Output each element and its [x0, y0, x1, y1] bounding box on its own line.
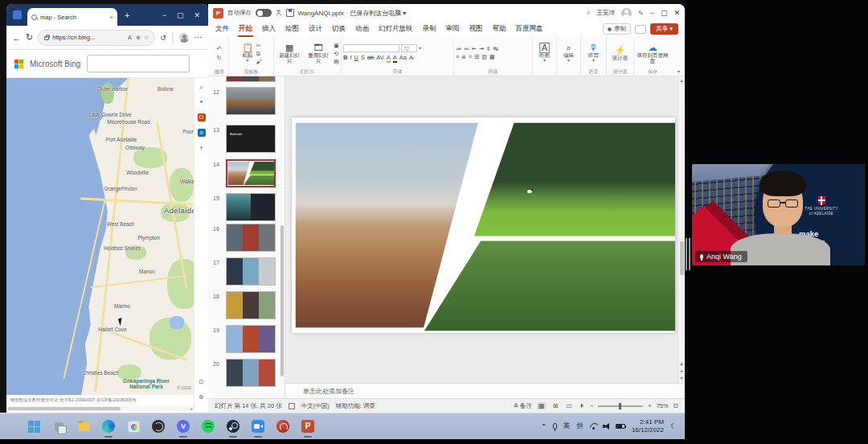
edge-close-button[interactable]: ✕	[194, 11, 200, 19]
language-indicator[interactable]: 中文(中国)	[301, 402, 330, 410]
draw-button[interactable]: 🄰绘图▾	[538, 43, 551, 64]
favorites-icon[interactable]: ☆	[144, 35, 149, 41]
change-case-button[interactable]: Aa	[399, 54, 407, 61]
bold-button[interactable]: B	[343, 54, 347, 61]
zoom-video-tile[interactable]: THE UNIVERSITY of ADELAIDE make history.…	[692, 164, 865, 265]
char-spacing-button[interactable]: AV	[376, 54, 383, 61]
pen-icon[interactable]: ✎	[638, 10, 644, 17]
address-bar[interactable]: https://cn.bing... Aʼ ⊕ ☆	[38, 30, 155, 46]
slide-thumbnail[interactable]	[226, 193, 276, 221]
tab-close-icon[interactable]: ×	[109, 14, 113, 21]
horizontal-scrollbar[interactable]: ▸	[6, 406, 194, 411]
save-icon[interactable]	[286, 9, 294, 17]
settings-menu-icon[interactable]: ⋯	[194, 32, 203, 43]
sidebar-office-icon[interactable]: O	[198, 113, 206, 121]
clear-format-button[interactable]: A̷	[409, 54, 413, 61]
start-button[interactable]	[24, 417, 43, 436]
slide-thumbnail[interactable]: Adelaide	[226, 125, 276, 153]
slide-thumbnail-selected[interactable]	[226, 159, 276, 187]
line-spacing-button[interactable]: ⇕	[486, 46, 491, 52]
scroll-up-icon[interactable]: ▲	[680, 78, 684, 83]
slide-thumbnail[interactable]	[226, 359, 276, 387]
reuse-slides-button[interactable]: 🗔重用幻灯片	[305, 43, 332, 64]
spotify-taskbar-button[interactable]	[199, 417, 218, 436]
fit-to-window-icon[interactable]: ⊡	[674, 402, 678, 409]
sidebar-tools-icon[interactable]: ⊡	[198, 378, 206, 386]
sidebar-settings-gear-icon[interactable]: ⚙	[198, 393, 206, 401]
tab-slideshow[interactable]: 幻灯片放映	[378, 23, 414, 35]
sidebar-outlook-icon[interactable]: o	[198, 129, 206, 137]
share-button[interactable]: 共享 ▾	[650, 23, 678, 35]
tab-home[interactable]: 开始	[238, 23, 253, 35]
tab-design[interactable]: 设计	[308, 23, 323, 35]
autosave-toggle[interactable]	[256, 9, 272, 17]
scrollbar-thumb[interactable]	[8, 407, 121, 410]
battery-icon[interactable]	[616, 424, 625, 429]
powerpoint-taskbar-button[interactable]: P	[298, 417, 317, 436]
tab-review[interactable]: 审阅	[445, 23, 461, 35]
refresh-button[interactable]: ↻	[26, 32, 33, 43]
sidebar-add-icon[interactable]: +	[198, 144, 206, 152]
file-explorer-button[interactable]	[74, 417, 93, 436]
bing-search-input[interactable]	[87, 55, 190, 72]
wifi-icon[interactable]	[590, 423, 598, 430]
tab-transitions[interactable]: 切换	[331, 23, 346, 35]
tab-record[interactable]: 录制	[422, 23, 437, 35]
tab-file[interactable]: 文件	[215, 23, 230, 35]
font-name-select[interactable]	[343, 44, 399, 52]
strikethrough-button[interactable]: ab	[367, 54, 374, 61]
slideshow-button[interactable]: ⏵	[579, 402, 585, 410]
bullets-button[interactable]: ≔	[456, 46, 461, 52]
browser-tab[interactable]: map - Search ×	[27, 8, 117, 26]
tab-actions-icon[interactable]	[13, 10, 22, 19]
editing-button[interactable]: ⌕编辑▾	[562, 43, 575, 64]
underline-button[interactable]: U	[354, 54, 358, 61]
slide-thumbnail[interactable]	[226, 325, 276, 353]
paste-button[interactable]: 📋粘贴▾	[240, 43, 255, 64]
text-shadow-button[interactable]: S	[361, 54, 365, 61]
browser-essentials-icon[interactable]: ↺	[160, 34, 166, 42]
save-to-baidu-button[interactable]: ☁保存到百度网盘	[635, 43, 670, 64]
align-right-button[interactable]: ≡	[469, 54, 472, 60]
tab-help[interactable]: 帮助	[492, 23, 507, 35]
indent-increase-button[interactable]: ⇥	[479, 46, 484, 52]
read-aloud-icon[interactable]: Aʼ	[128, 35, 133, 40]
dark-app-taskbar-button[interactable]	[149, 417, 168, 436]
zoom-page-icon[interactable]: ⊕	[136, 35, 141, 41]
accessibility-status[interactable]: 辅助功能: 调查	[336, 402, 375, 410]
reset-slide-icon[interactable]: ⟲	[334, 50, 338, 57]
ppt-close-button[interactable]: ✕	[674, 9, 680, 17]
zoom-slider[interactable]	[598, 405, 643, 407]
text-direction-button[interactable]: ↹	[493, 46, 498, 52]
zoom-in-button[interactable]: +	[648, 402, 651, 409]
redo-icon[interactable]: ↻	[217, 54, 222, 61]
scroll-right-arrow[interactable]: ▸	[190, 406, 193, 411]
sidebar-search-icon[interactable]: ⌕	[198, 83, 206, 91]
indent-decrease-button[interactable]: ⇤	[472, 46, 477, 52]
next-slide-button[interactable]: ⏷	[680, 376, 683, 381]
notes-toggle[interactable]: ≙ 备注	[514, 402, 532, 410]
scroll-down-icon[interactable]: ▼	[680, 362, 684, 367]
slide-sorter-view-button[interactable]: ⊞	[551, 402, 560, 409]
task-view-button[interactable]	[49, 417, 68, 436]
italic-button[interactable]: I	[350, 54, 351, 61]
speaker-icon[interactable]	[604, 423, 609, 430]
notes-pane[interactable]: 单击此处添加备注	[285, 383, 685, 398]
copy-icon[interactable]: ⧉	[256, 50, 260, 57]
previous-slide-button[interactable]: ⏶	[680, 368, 683, 374]
format-painter-icon[interactable]: 🖌	[256, 58, 262, 65]
edge-minimize-button[interactable]: −	[162, 11, 166, 19]
ime-mode-indicator[interactable]: 拼	[576, 421, 583, 431]
tray-overflow-chevron-icon[interactable]: ⌃	[541, 423, 547, 430]
focus-assist-moon-icon[interactable]: ☾	[670, 422, 677, 430]
numbering-button[interactable]: ≕	[464, 46, 469, 52]
font-color-button[interactable]: A	[393, 54, 397, 63]
ime-language-indicator[interactable]: 英	[563, 421, 571, 431]
section-icon[interactable]: ▤	[334, 58, 339, 65]
ppt-maximize-button[interactable]: ▢	[661, 9, 668, 17]
red-app-taskbar-button[interactable]	[273, 417, 293, 436]
reading-view-button[interactable]: ▭	[564, 402, 574, 409]
designer-button[interactable]: ⚡设计器	[608, 45, 633, 60]
zoom-out-button[interactable]: −	[590, 402, 593, 409]
zoom-level[interactable]: 75%	[657, 402, 669, 409]
